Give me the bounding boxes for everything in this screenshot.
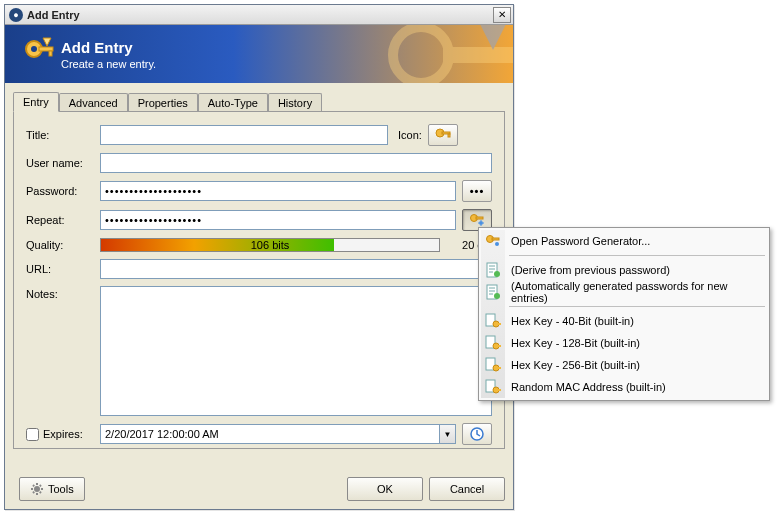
svg-rect-32 [497,389,501,391]
svg-point-16 [495,242,499,246]
add-entry-window: ● Add Entry ✕ Add Entry Create a new ent… [4,4,514,510]
svg-point-18 [494,271,500,277]
svg-point-13 [34,486,40,492]
tab-auto-type[interactable]: Auto-Type [198,93,268,113]
svg-point-20 [494,293,500,299]
repeat-input[interactable] [100,210,456,230]
menu-separator [509,255,765,256]
ok-button[interactable]: OK [347,477,423,501]
cancel-button[interactable]: Cancel [429,477,505,501]
password-label: Password: [26,185,100,197]
icon-label: Icon: [398,129,422,141]
tab-entry[interactable]: Entry [13,92,59,112]
menu-hex-256[interactable]: Hex Key - 256-Bit (built-in) [481,354,767,376]
username-label: User name: [26,157,100,169]
expires-checkbox[interactable] [26,428,39,441]
app-icon: ● [9,8,23,22]
url-label: URL: [26,263,100,275]
gear-icon [30,482,44,496]
profile-key-icon [485,313,501,329]
username-input[interactable] [100,153,492,173]
svg-rect-8 [448,134,450,137]
menu-item-label: Random MAC Address (built-in) [511,381,666,393]
tab-strip: Entry Advanced Properties Auto-Type Hist… [13,91,505,111]
password-generator-menu: Open Password Generator... (Derive from … [478,227,770,401]
expires-datetime[interactable]: 2/20/2017 12:00:00 AM ▼ [100,424,456,444]
notes-input[interactable] [100,286,492,416]
profile-key-icon [485,379,501,395]
repeat-label: Repeat: [26,214,100,226]
svg-rect-15 [492,238,499,240]
dialog-button-bar: Tools OK Cancel [13,477,505,501]
menu-item-label: Hex Key - 128-Bit (built-in) [511,337,640,349]
notes-label: Notes: [26,286,100,416]
menu-random-mac[interactable]: Random MAC Address (built-in) [481,376,767,398]
menu-derive-previous[interactable]: (Derive from previous password) [481,259,767,281]
menu-hex-128[interactable]: Hex Key - 128-Bit (built-in) [481,332,767,354]
menu-item-label: (Derive from previous password) [511,264,670,276]
tools-label: Tools [48,483,74,495]
svg-point-11 [479,221,483,225]
header-subtitle: Create a new entry. [61,58,156,70]
tab-history[interactable]: History [268,93,322,113]
quality-label: Quality: [26,239,100,251]
tab-panel-entry: Title: Icon: User name: Password: ••• Re… [13,111,505,449]
svg-rect-23 [497,323,501,325]
tab-advanced[interactable]: Advanced [59,93,128,113]
svg-point-4 [393,27,449,83]
reveal-password-button[interactable]: ••• [462,180,492,202]
svg-rect-3 [49,51,52,56]
header-title: Add Entry [61,39,156,56]
quality-value: 106 bits [101,239,439,251]
menu-item-label: Open Password Generator... [511,235,650,247]
tools-button[interactable]: Tools [19,477,85,501]
profile-key-icon [485,335,501,351]
menu-open-generator[interactable]: Open Password Generator... [481,230,767,252]
menu-item-label: Hex Key - 40-Bit (built-in) [511,315,634,327]
key-icon [17,32,61,76]
expires-value: 2/20/2017 12:00:00 AM [105,428,439,440]
menu-hex-40[interactable]: Hex Key - 40-Bit (built-in) [481,310,767,332]
tab-properties[interactable]: Properties [128,93,198,113]
expires-preset-button[interactable] [462,423,492,445]
menu-item-label: Hex Key - 256-Bit (built-in) [511,359,640,371]
svg-rect-2 [39,47,53,51]
window-title: Add Entry [27,9,493,21]
title-input[interactable] [100,125,388,145]
menu-auto-profile[interactable]: (Automatically generated passwords for n… [481,281,767,303]
titlebar: ● Add Entry ✕ [5,5,513,25]
menu-item-label: (Automatically generated passwords for n… [511,280,767,304]
dialog-header: Add Entry Create a new entry. [5,25,513,83]
quality-meter: 106 bits [100,238,440,252]
svg-rect-26 [497,345,501,347]
password-input[interactable] [100,181,456,201]
url-input[interactable] [100,259,492,279]
icon-picker-button[interactable] [428,124,458,146]
title-label: Title: [26,129,100,141]
svg-rect-29 [497,367,501,369]
svg-point-1 [31,46,37,52]
header-decor-icon [383,25,513,83]
close-button[interactable]: ✕ [493,7,511,23]
menu-separator [509,306,765,307]
profile-icon [485,284,501,300]
chevron-down-icon[interactable]: ▼ [439,425,455,443]
expires-label: Expires: [43,428,83,440]
key-gear-icon [485,233,501,249]
svg-rect-10 [476,217,483,219]
svg-rect-5 [443,47,513,63]
profile-icon [485,262,501,278]
profile-key-icon [485,357,501,373]
